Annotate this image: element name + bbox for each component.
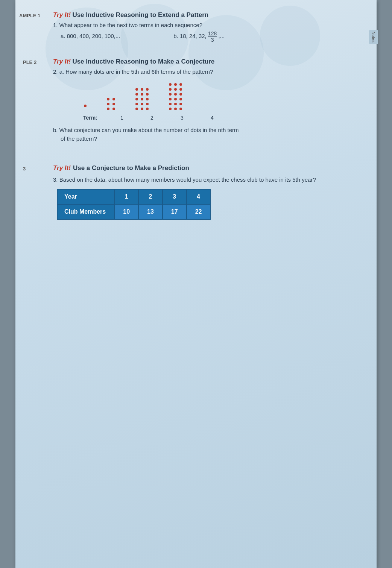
dot [169,83,172,86]
dot [174,83,177,86]
question2a: 2. a. How many dots are in the 5th and 6… [53,68,354,75]
table-header-4: 4 [187,189,211,204]
term-num-3: 3 [176,115,188,121]
dot [107,103,109,105]
section2-header: Try It! Use Inductive Reasoning to Make … [53,58,354,65]
dots-grid-3 [135,87,149,111]
dot [179,83,182,86]
dot [169,88,172,91]
dot [135,88,138,91]
question1: 1. What appear to be the next two terms … [53,22,354,28]
dot [174,103,177,105]
dot [141,88,143,91]
dot [174,108,177,110]
try-it-label-2: Try It! [53,58,71,65]
data-table: Year 1 2 3 4 Club Members 10 13 17 22 [57,189,211,220]
example3-label: 3 [23,166,26,172]
page: Notes AMPLE 1 Try It! Use Inductive Reas… [15,0,377,568]
dot [169,93,172,96]
term-group-3 [135,87,149,111]
dot [169,103,172,105]
dot [146,108,149,110]
dot [141,103,143,105]
club-members-val-3: 17 [163,204,187,219]
club-members-val-2: 13 [138,204,163,219]
example1-label: AMPLE 1 [19,13,40,18]
fraction: 128 3 [208,30,217,43]
sub-a-text: a. 800, 400, 200, 100,... [61,33,120,39]
dot [146,98,149,100]
term-num-1: 1 [116,115,128,121]
section3-title: Use a Conjecture to Make a Prediction [73,164,189,172]
dot [84,105,87,107]
dot [146,88,149,91]
table-header-row: Year 1 2 3 4 [57,189,210,204]
table-header-1: 1 [114,189,138,204]
dot [146,103,149,105]
dot [135,108,138,110]
table-row: Club Members 10 13 17 22 [57,204,210,219]
dot [141,93,143,96]
sub-question-a: a. 800, 400, 200, 100,... b. 18, 24, 32,… [61,30,354,43]
dot [174,88,177,91]
dot [179,88,182,91]
dot [174,98,177,100]
sub-b-prefix: b. 18, 24, 32, [173,33,207,39]
dot [107,108,109,110]
fraction-denominator: 3 [208,37,217,43]
dot [146,93,149,96]
dot [135,93,138,96]
section2-title: Use Inductive Reasoning to Make a Conjec… [72,58,214,65]
notes-tab[interactable]: Notes [369,30,378,44]
dot [169,108,172,110]
dots-grid-2 [106,97,116,111]
section1-header: Try It! Use Inductive Reasoning to Exten… [53,11,354,19]
section1-title: Use Inductive Reasoning to Extend a Patt… [72,11,208,18]
club-members-label: Club Members [57,204,114,219]
term-labels-row: Term: 1 2 3 4 [83,115,354,121]
dot [112,108,115,110]
dot [135,98,138,100]
dot [179,103,182,105]
dots-grid-4 [168,82,183,111]
dot [179,93,182,96]
term-word: Term: [83,115,97,121]
dot [141,98,143,100]
section2: PLE 2 Try It! Use Inductive Reasoning to… [53,58,354,142]
section1: AMPLE 1 Try It! Use Inductive Reasoning … [53,11,354,43]
question2b: b. What conjecture can you make about th… [53,127,354,133]
club-members-val-1: 10 [114,204,138,219]
section3: 3 Try It! Use a Conjecture to Make a Pre… [53,164,354,220]
try-it-label-1: Try It! [53,11,71,18]
question2b-cont: of the pattern? [61,135,354,142]
term-group-1 [83,104,87,111]
table-header-2: 2 [138,189,163,204]
dots-pattern [83,82,354,111]
dot [179,98,182,100]
dot [112,98,115,100]
dots-grid-1 [83,104,87,108]
example2-label: PLE 2 [23,59,36,65]
dot [112,103,115,105]
term-num-4: 4 [207,115,218,121]
dot [135,103,138,105]
table-header-3: 3 [163,189,187,204]
dot [179,108,182,110]
sub-b-suffix: ,... [218,33,225,39]
dot [174,93,177,96]
term-group-2 [106,97,116,111]
question3: 3. Based on the data, about how many mem… [53,176,354,183]
dot [107,98,109,100]
term-num-2: 2 [146,115,158,121]
section3-header: Try It! Use a Conjecture to Make a Predi… [53,164,354,172]
dot [169,98,172,100]
table-header-year: Year [57,189,114,204]
fraction-numerator: 128 [208,30,217,37]
term-group-4 [168,82,183,111]
club-members-val-4: 22 [187,204,211,219]
try-it-label-3: Try It! [53,164,71,172]
dot [141,108,143,110]
